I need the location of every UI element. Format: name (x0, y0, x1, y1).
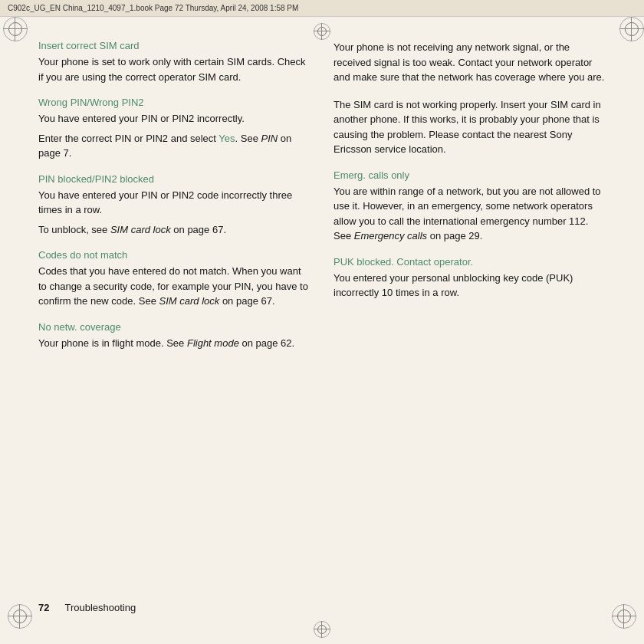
section-codes-no-match: Codes do not match Codes that you have e… (38, 249, 310, 309)
corner-mark-bl (8, 604, 32, 629)
page-label: Troubleshooting (64, 602, 136, 613)
section-body-sim-not-working: The SIM card is not working properly. In… (334, 97, 606, 157)
yes-link: Yes (219, 133, 235, 144)
page-content: Insert correct SIM card Your phone is se… (0, 17, 644, 378)
section-no-signal: Your phone is not receiving any network … (334, 40, 606, 85)
section-body-no-signal: Your phone is not receiving any network … (334, 40, 606, 85)
section-no-coverage: No netw. coverage Your phone is in fligh… (38, 321, 310, 351)
section-title-wrong-pin: Wrong PIN/Wrong PIN2 (38, 97, 310, 108)
section-title-puk-blocked: PUK blocked. Contact operator. (334, 256, 606, 268)
bottom-center-mark (314, 621, 330, 638)
section-title-pin-blocked: PIN blocked/PIN2 blocked (38, 173, 310, 185)
section-body-wrong-pin: You have entered your PIN or PIN2 incorr… (38, 111, 310, 161)
section-body-no-coverage: Your phone is in flight mode. See Flight… (38, 336, 310, 351)
left-column: Insert correct SIM card Your phone is se… (38, 40, 310, 363)
top-center-mark (314, 23, 330, 40)
corner-mark-br (612, 604, 636, 629)
right-column: Your phone is not receiving any network … (334, 40, 606, 363)
section-title-codes-no-match: Codes do not match (38, 249, 310, 261)
section-emerg-calls: Emerg. calls only You are within range o… (334, 169, 606, 244)
section-body-emerg-calls: You are within range of a network, but y… (334, 184, 606, 244)
corner-mark-tl (3, 17, 25, 38)
section-insert-sim: Insert correct SIM card Your phone is se… (38, 40, 310, 84)
section-puk-blocked: PUK blocked. Contact operator. You enter… (334, 256, 606, 301)
section-body-pin-blocked: You have entered your PIN or PIN2 code i… (38, 188, 310, 238)
corner-mark-tr (619, 17, 641, 38)
section-body-puk-blocked: You entered your personal unblocking key… (334, 271, 606, 301)
section-wrong-pin: Wrong PIN/Wrong PIN2 You have entered yo… (38, 97, 310, 161)
section-sim-not-working: The SIM card is not working properly. In… (334, 97, 606, 157)
page-footer: 72 Troubleshooting (38, 602, 136, 613)
section-body-insert-sim: Your phone is set to work only with cert… (38, 54, 310, 84)
header-bar: C902c_UG_EN China_1210_4097_1.book Page … (0, 0, 644, 17)
section-title-insert-sim: Insert correct SIM card (38, 40, 310, 51)
section-title-no-coverage: No netw. coverage (38, 321, 310, 333)
page-number: 72 (38, 602, 49, 613)
section-title-emerg-calls: Emerg. calls only (334, 169, 606, 181)
section-body-codes-no-match: Codes that you have entered do not match… (38, 264, 310, 309)
header-text: C902c_UG_EN China_1210_4097_1.book Page … (8, 4, 298, 12)
section-pin-blocked: PIN blocked/PIN2 blocked You have entere… (38, 173, 310, 238)
